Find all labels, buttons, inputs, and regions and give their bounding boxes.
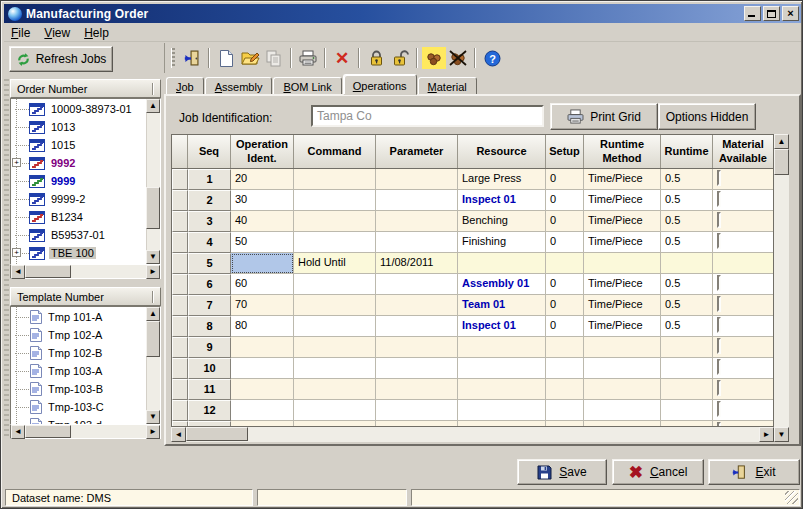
- grid-cell-res[interactable]: [458, 400, 546, 421]
- material-available-checkbox[interactable]: [717, 401, 721, 417]
- grid-cell-par[interactable]: [376, 358, 458, 379]
- column-header[interactable]: Setup: [546, 135, 584, 168]
- grid-cell-par[interactable]: [376, 400, 458, 421]
- grid-cell-par[interactable]: 11/08/2011: [376, 253, 458, 274]
- grid-cell-material[interactable]: [713, 337, 773, 358]
- grid-cell-par[interactable]: [376, 337, 458, 358]
- column-header[interactable]: Material Available: [713, 135, 773, 168]
- open-edit-icon[interactable]: [238, 47, 262, 69]
- sidebar-gripper[interactable]: [4, 79, 9, 439]
- grid-cell-met[interactable]: Time/Piece: [584, 169, 661, 190]
- grid-cell-par[interactable]: [376, 232, 458, 253]
- column-header[interactable]: Parameter: [376, 135, 458, 168]
- grid-cell-material[interactable]: [713, 169, 773, 190]
- row-indicator[interactable]: [172, 253, 188, 274]
- row-indicator[interactable]: [172, 211, 188, 232]
- grid-cell-op[interactable]: [231, 358, 294, 379]
- scroll-left-arrow[interactable]: ◄: [11, 265, 25, 279]
- template-item[interactable]: Tmp-103-d: [11, 416, 146, 424]
- row-indicator[interactable]: [172, 232, 188, 253]
- grid-cell-cmd[interactable]: [294, 295, 376, 316]
- grid-cell-met[interactable]: Time/Piece: [584, 190, 661, 211]
- scroll-thumb[interactable]: [186, 427, 248, 441]
- order-tree-hscrollbar[interactable]: ◄ ►: [10, 265, 161, 279]
- row-header[interactable]: 3: [188, 211, 231, 232]
- grid-cell-op[interactable]: 30: [231, 190, 294, 211]
- tab-bom-link[interactable]: BOM Link: [273, 77, 341, 95]
- tab-material[interactable]: Material: [418, 77, 477, 95]
- grid-cell-cmd[interactable]: [294, 169, 376, 190]
- help-icon[interactable]: ?: [480, 47, 504, 69]
- grid-cell-run[interactable]: 0.5: [661, 169, 713, 190]
- parts-delete-icon[interactable]: [446, 47, 470, 69]
- template-item[interactable]: Tmp 101-A: [11, 308, 146, 326]
- scroll-down-arrow[interactable]: ▼: [146, 410, 160, 424]
- order-item[interactable]: 1013: [11, 118, 146, 136]
- grid-cell-run[interactable]: [661, 337, 713, 358]
- grid-cell-set[interactable]: [546, 379, 584, 400]
- grid-cell-run[interactable]: [661, 253, 713, 274]
- grid-cell-run[interactable]: 0.5: [661, 211, 713, 232]
- grid-cell-material[interactable]: [713, 253, 773, 274]
- grid-cell-set[interactable]: 0: [546, 274, 584, 295]
- grid-cell-res[interactable]: [458, 379, 546, 400]
- grid-cell-res[interactable]: Assembly 01: [458, 274, 546, 295]
- grid-cell-res[interactable]: Benching: [458, 211, 546, 232]
- grid-cell-cmd[interactable]: [294, 190, 376, 211]
- grid-cell-met[interactable]: Time/Piece: [584, 274, 661, 295]
- new-document-icon[interactable]: [214, 47, 238, 69]
- grid-cell-material[interactable]: [713, 316, 773, 337]
- grid-cell-res[interactable]: Finishing: [458, 232, 546, 253]
- cancel-button[interactable]: ✖ Cancel: [612, 459, 704, 485]
- row-indicator[interactable]: [172, 295, 188, 316]
- menu-help[interactable]: Help: [77, 25, 116, 41]
- grid-cell-material[interactable]: [713, 274, 773, 295]
- grid-hscrollbar[interactable]: ◄ ►: [171, 427, 774, 442]
- scroll-thumb[interactable]: [25, 425, 71, 438]
- menu-file[interactable]: File: [4, 25, 37, 41]
- grid-cell-met[interactable]: Time/Piece: [584, 211, 661, 232]
- grid-cell-met[interactable]: [584, 379, 661, 400]
- row-indicator[interactable]: [172, 169, 188, 190]
- order-item[interactable]: 1015: [11, 136, 146, 154]
- row-header[interactable]: 1: [188, 169, 231, 190]
- exit-button[interactable]: Exit: [708, 459, 800, 485]
- grid-cell-op[interactable]: [231, 400, 294, 421]
- scroll-left-arrow[interactable]: ◄: [11, 425, 25, 439]
- material-available-checkbox[interactable]: [717, 317, 721, 333]
- grid-cell-material[interactable]: [713, 295, 773, 316]
- order-item[interactable]: B59537-01: [11, 226, 146, 244]
- template-item[interactable]: Tmp-103-C: [11, 398, 146, 416]
- grid-cell-op[interactable]: 50: [231, 232, 294, 253]
- grid-cell-set[interactable]: 0: [546, 169, 584, 190]
- row-header[interactable]: 2: [188, 190, 231, 211]
- lock-open-icon[interactable]: [388, 47, 412, 69]
- grid-cell-run[interactable]: 0.5: [661, 190, 713, 211]
- grid-cell-material[interactable]: [713, 400, 773, 421]
- grid-cell-par[interactable]: [376, 295, 458, 316]
- grid-cell-set[interactable]: [546, 337, 584, 358]
- grid-cell-set[interactable]: [546, 400, 584, 421]
- refresh-jobs-button[interactable]: Refresh Jobs: [9, 46, 113, 72]
- tree-expander-icon[interactable]: +: [12, 248, 21, 257]
- material-available-checkbox[interactable]: [717, 275, 721, 291]
- grid-cell-par[interactable]: [376, 316, 458, 337]
- grid-cell-res[interactable]: [458, 358, 546, 379]
- material-available-checkbox[interactable]: [717, 170, 721, 186]
- grid-cell-met[interactable]: [584, 358, 661, 379]
- grid-cell-cmd[interactable]: [294, 232, 376, 253]
- grid-cell-set[interactable]: 0: [546, 232, 584, 253]
- row-indicator[interactable]: [172, 316, 188, 337]
- scroll-thumb[interactable]: [25, 265, 71, 278]
- scroll-up-arrow[interactable]: ▲: [146, 307, 160, 321]
- grid-cell-set[interactable]: [546, 358, 584, 379]
- save-button[interactable]: Save: [517, 459, 607, 485]
- row-header[interactable]: 12: [188, 400, 231, 421]
- order-item[interactable]: 9999-2: [11, 190, 146, 208]
- grid-cell-set[interactable]: 0: [546, 190, 584, 211]
- scroll-up-arrow[interactable]: ▲: [774, 134, 789, 149]
- grid-cell-cmd[interactable]: [294, 400, 376, 421]
- row-header[interactable]: 7: [188, 295, 231, 316]
- exit-door-icon[interactable]: [180, 47, 204, 69]
- row-header[interactable]: 11: [188, 379, 231, 400]
